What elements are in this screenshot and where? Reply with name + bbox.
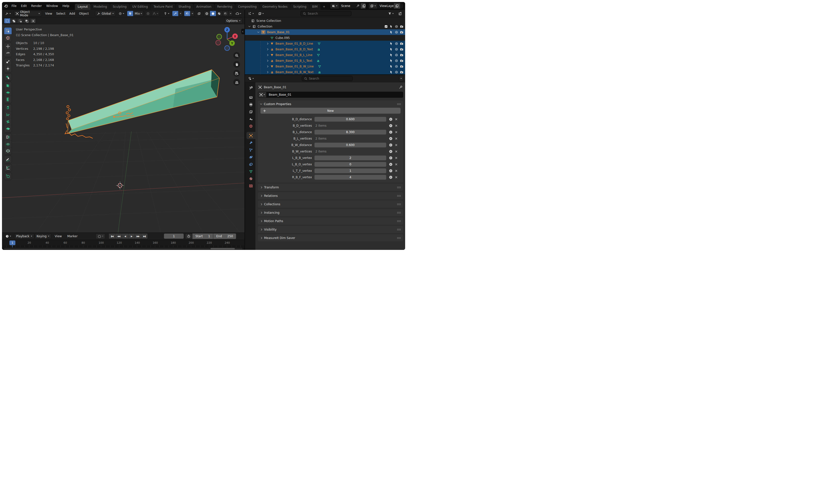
- scene-new-button[interactable]: [361, 3, 366, 9]
- selectable-toggle[interactable]: [390, 48, 393, 51]
- panel-transform[interactable]: Transform: [258, 184, 403, 191]
- outliner-row-scene-collection[interactable]: Scene Collection: [245, 18, 405, 24]
- select-mode-intersect[interactable]: [30, 18, 36, 24]
- edit-property-gear-icon[interactable]: [389, 143, 393, 147]
- panel-relations[interactable]: Relations: [258, 192, 403, 199]
- workspace-tab-rendering[interactable]: Rendering: [214, 4, 235, 10]
- current-frame-marker[interactable]: 1: [9, 240, 15, 245]
- property-value-field[interactable]: 0: [314, 162, 386, 167]
- selectable-toggle[interactable]: [390, 59, 393, 62]
- tool-cursor-3d[interactable]: [4, 34, 12, 41]
- blender-logo-icon[interactable]: [3, 3, 8, 9]
- panel-measureit-dim-saver[interactable]: MeasureIt Dim Saver: [258, 234, 403, 241]
- delete-property-x-icon[interactable]: [394, 156, 398, 160]
- editor-type-timeline[interactable]: [4, 233, 13, 239]
- outliner-row-beam-base-01-b-d-line[interactable]: Beam_Base_01_B_D_Line: [245, 41, 405, 46]
- edit-property-gear-icon[interactable]: [389, 162, 393, 166]
- tool-bim-door[interactable]: [4, 96, 12, 103]
- selectable-toggle[interactable]: [390, 65, 393, 68]
- new-collection-button[interactable]: [396, 11, 403, 16]
- selectable-toggle[interactable]: [390, 30, 393, 34]
- object-label[interactable]: Beam_Base_01_B_L_Line: [275, 53, 312, 57]
- workspace-tab-modeling[interactable]: Modeling: [91, 4, 110, 10]
- properties-tab-physics[interactable]: [246, 153, 255, 161]
- menu-edit[interactable]: Edit: [19, 3, 29, 9]
- viewlayer-browse-button[interactable]: [369, 3, 378, 9]
- outliner-row-beam-base-01[interactable]: Beam_Base_01: [245, 29, 405, 35]
- tool-bim-measure[interactable]: [4, 164, 12, 171]
- edit-property-gear-icon[interactable]: [389, 124, 393, 128]
- expander-right-icon[interactable]: [266, 54, 268, 56]
- hide-viewport-toggle[interactable]: [395, 30, 398, 34]
- disable-render-toggle[interactable]: [400, 42, 403, 45]
- timeline-scrollbar[interactable]: [2, 247, 244, 250]
- disable-render-toggle[interactable]: [400, 30, 403, 34]
- viewlayer-name[interactable]: ViewLayer: [378, 4, 393, 8]
- delete-property-x-icon[interactable]: [394, 169, 398, 173]
- tool-bim-wall[interactable]: [4, 82, 12, 89]
- disable-render-toggle[interactable]: [400, 25, 403, 28]
- properties-tab-world[interactable]: [246, 122, 255, 130]
- edit-property-gear-icon[interactable]: [389, 149, 393, 153]
- viewlayer-new-button[interactable]: [393, 3, 400, 9]
- tool-tweak-select-box[interactable]: [4, 28, 12, 34]
- viewlayer-remove-button[interactable]: [400, 3, 403, 9]
- properties-tab-modifiers[interactable]: [246, 139, 255, 146]
- panel-grip-icon[interactable]: [397, 203, 401, 205]
- shading-solid-button[interactable]: [210, 11, 216, 16]
- delete-property-x-icon[interactable]: [394, 137, 398, 140]
- workspace-tab-animation[interactable]: Animation: [194, 4, 214, 10]
- navigation-gizmo[interactable]: Z X Y: [215, 26, 240, 51]
- snap-target-selector[interactable]: Mix: [133, 11, 144, 16]
- tool-bim-column[interactable]: [4, 104, 12, 111]
- workspace-tab-compositing[interactable]: Compositing: [235, 4, 259, 10]
- tool-bim-beam-profile[interactable]: [4, 118, 12, 125]
- overlays-toggle[interactable]: [172, 11, 179, 16]
- property-value-field[interactable]: 1: [314, 168, 386, 173]
- tool-transform[interactable]: [4, 65, 12, 72]
- hide-viewport-toggle[interactable]: [395, 25, 398, 28]
- current-frame-field[interactable]: 1: [164, 234, 184, 239]
- auto-keying-toggle[interactable]: [96, 234, 105, 239]
- properties-tab-constraints[interactable]: [246, 161, 255, 168]
- object-label[interactable]: Cube.095: [275, 36, 290, 40]
- panel-collections[interactable]: Collections: [258, 201, 403, 208]
- panel-grip-icon[interactable]: [397, 195, 401, 197]
- expander-right-icon[interactable]: [266, 65, 268, 67]
- object-label[interactable]: Beam_Base_01_B_D_Text: [275, 48, 313, 51]
- delete-property-x-icon[interactable]: [394, 130, 398, 134]
- proportional-falloff-selector[interactable]: [151, 11, 160, 16]
- play-button[interactable]: ▶: [128, 234, 135, 239]
- panel-grip-icon[interactable]: [397, 229, 401, 231]
- jump-to-end-button[interactable]: ▶▮: [141, 234, 148, 239]
- workspace-tab-layout[interactable]: Layout: [75, 4, 90, 10]
- object-browse-button[interactable]: [258, 92, 267, 97]
- panel-instancing[interactable]: Instancing: [258, 209, 403, 216]
- shading-material-button[interactable]: [216, 11, 222, 16]
- ortho-grid-button[interactable]: [233, 79, 240, 86]
- object-name-input[interactable]: Beam_Base_01: [267, 92, 403, 97]
- next-keyframe-button[interactable]: ▶▶: [135, 234, 141, 239]
- tool-scale[interactable]: [4, 58, 12, 65]
- playhead-line[interactable]: [12, 245, 13, 247]
- toggle-xray-icon[interactable]: [196, 11, 202, 16]
- expander-down-icon[interactable]: [257, 31, 259, 33]
- select-mode-new[interactable]: [4, 18, 10, 24]
- timeline-scroll-thumb[interactable]: [211, 248, 235, 249]
- breadcrumb-object-name[interactable]: Beam_Base_01: [264, 86, 286, 89]
- overlays-dropdown[interactable]: [179, 11, 183, 16]
- object-label[interactable]: Beam_Base_01_B_W_Line: [275, 65, 314, 68]
- editor-type-3d-viewport[interactable]: [4, 11, 12, 16]
- custom-properties-panel-header[interactable]: Custom Properties: [258, 101, 403, 107]
- hide-viewport-toggle[interactable]: [395, 42, 398, 45]
- expander-right-icon[interactable]: [266, 48, 268, 50]
- panel-motion-paths[interactable]: Motion Paths: [258, 217, 403, 225]
- edit-property-gear-icon[interactable]: [389, 130, 393, 134]
- end-frame-field[interactable]: End250: [213, 234, 236, 239]
- mode-selector[interactable]: Object Mode: [14, 11, 42, 16]
- panel-grip-icon[interactable]: [397, 237, 401, 239]
- tool-bim-box[interactable]: [4, 125, 12, 132]
- properties-tab-tool[interactable]: [246, 84, 255, 91]
- expander-down-icon[interactable]: [248, 25, 250, 27]
- tool-move[interactable]: [4, 43, 12, 50]
